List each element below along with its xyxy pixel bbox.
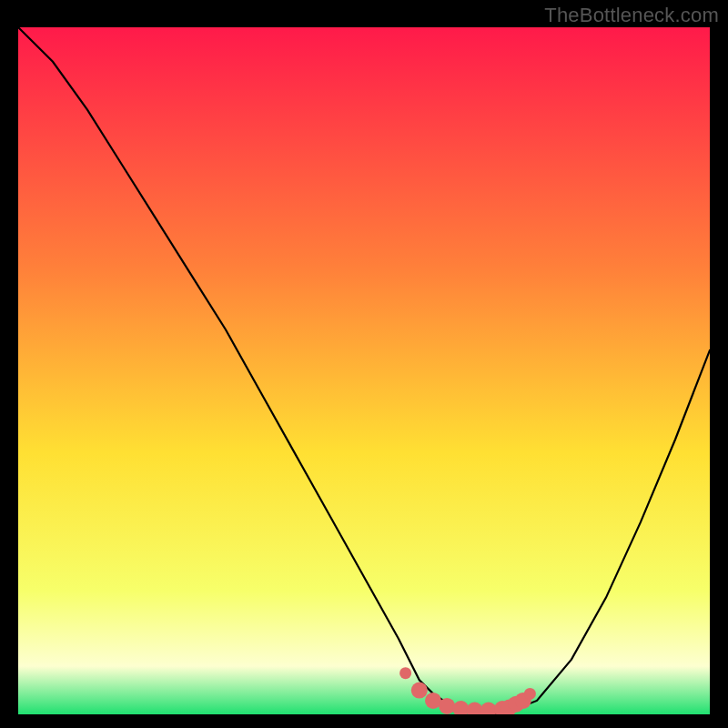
marker-dot	[411, 682, 428, 699]
watermark-text: TheBottleneck.com	[544, 4, 719, 27]
marker-dot	[439, 698, 455, 714]
plot-area	[18, 27, 710, 714]
chart-frame: TheBottleneck.com	[0, 0, 728, 728]
gradient-background	[18, 27, 710, 714]
marker-dot	[524, 688, 536, 700]
marker-dot	[399, 667, 411, 679]
chart-svg	[18, 27, 710, 714]
